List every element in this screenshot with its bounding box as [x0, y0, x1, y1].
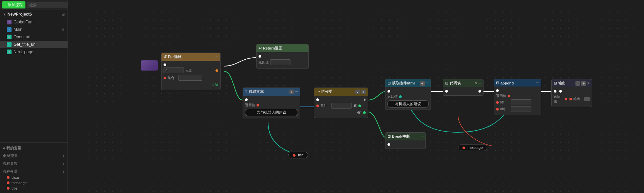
title-badge-text: title [298, 153, 304, 157]
flow-vars-label: 流程变量 [3, 169, 18, 174]
break-title: Break中断 [392, 134, 410, 139]
append-body: 返回值 list data obj [title,url] [494, 86, 541, 115]
append-title: append [500, 81, 514, 85]
append-node[interactable]: ⊡ append ··· 返回值 list data obj [title [494, 79, 541, 115]
append-list-input[interactable]: data [511, 99, 531, 105]
return-node[interactable]: ↩ Return返回 ··· 返回值 title [256, 44, 309, 69]
append-header-icons: ··· [536, 81, 539, 85]
flow-item-nextpage[interactable]: ≡ Next_page [0, 48, 68, 56]
get-html-plus-icon[interactable]: + [420, 81, 425, 86]
if-false-label: 假 [357, 111, 361, 114]
for-loop-body: 元素 集合 range(1,31) 过滤 [162, 61, 220, 90]
get-text-value-badge: 含与机器人的建议 [245, 109, 298, 116]
project-header[interactable]: ▼ NewProject6 ⊞ [0, 10, 68, 18]
return-header-icons: ··· [304, 46, 306, 50]
flow-vars-add-icon[interactable]: + [63, 170, 65, 174]
flow-params-section: 流程参数 + [0, 160, 68, 168]
append-obj-input[interactable]: [title,url] [511, 106, 531, 112]
get-html-badge-container: 与机器人的建议 [387, 100, 429, 108]
canvas-area[interactable]: ↺ For循环 ··· 元素 集合 range(1,31) 过滤 [68, 0, 644, 193]
for-loop-port-row-element: 元素 [164, 67, 218, 74]
code-node[interactable]: ⊡ 代码块 ✎ ··· [443, 79, 484, 96]
output-header: ⊡ 输出 - + ▷ [552, 79, 592, 87]
break-body [385, 140, 425, 149]
get-html-header: ⊡ 获取控件html + ··· [385, 79, 431, 87]
message-badge-text: message [468, 146, 483, 150]
add-flow-button[interactable]: + 添加流程 [2, 1, 25, 8]
return-menu-icon: ··· [304, 46, 306, 50]
var-label-data: data [12, 175, 19, 179]
if-branch-header: ⋯ IF分支 - + [314, 88, 368, 96]
append-list-field: list data [496, 99, 539, 105]
for-loop-icon: ↺ [164, 55, 167, 59]
output-plus-icon[interactable]: + [581, 81, 586, 86]
for-loop-node[interactable]: ↺ For循环 ··· 元素 集合 range(1,31) 过滤 [161, 53, 221, 90]
get-text-in-port [245, 98, 248, 101]
get-html-port-in [387, 89, 429, 93]
global-vars-header[interactable]: 全局变量 + [3, 153, 65, 159]
return-in-port [259, 55, 261, 58]
output-in-port-1 [554, 90, 556, 93]
append-return-field: 返回值 [496, 94, 539, 98]
get-text-return-label: 返回值 [245, 103, 255, 108]
get-text-plus-icon[interactable]: + [289, 90, 294, 94]
var-dot-data [7, 176, 10, 179]
if-branch-plus-icon[interactable]: + [361, 90, 366, 94]
output-in-port-2 [559, 90, 562, 93]
if-branch-minus-icon[interactable]: - [355, 90, 360, 94]
code-menu-icon: ··· [478, 81, 481, 85]
global-vars-label: 全局变量 [3, 153, 18, 158]
output-out-label: 输出 [573, 97, 583, 101]
flow-params-header[interactable]: 流程参数 + [3, 160, 65, 167]
var-item-data: data [3, 175, 65, 180]
global-vars-add-icon[interactable]: + [63, 154, 65, 158]
output-icon: ⊡ [554, 81, 557, 85]
for-loop-set-input[interactable]: range(1,31) [178, 75, 202, 81]
for-loop-set-port [164, 77, 166, 79]
get-html-icon: ⊡ [387, 81, 391, 85]
if-false-port [363, 111, 366, 114]
flow-label-openurl: Open_url [14, 35, 30, 39]
return-title: Return返回 [263, 46, 282, 51]
if-true-label: 真 [354, 103, 357, 108]
vars-header: V 我的变量 [0, 144, 68, 152]
output-minus-icon[interactable]: - [575, 81, 580, 86]
output-header-icons: - + ▷ [575, 81, 590, 86]
flow-vars-header[interactable]: 流程变量 + [3, 168, 65, 175]
if-branch-port-row-in [316, 98, 366, 102]
if-branch-node[interactable]: ⋯ IF分支 - + 条件 真 假 [314, 88, 368, 118]
return-label: 返回值 [259, 60, 269, 65]
get-text-port-row-in [245, 98, 298, 102]
var-dot-message [7, 181, 10, 184]
append-return-port [508, 95, 510, 97]
code-edit-icon[interactable]: ✎ [475, 81, 477, 85]
code-out-port [478, 90, 481, 93]
get-html-title: 获取控件html [392, 81, 415, 86]
get-text-node[interactable]: T 获取文本 + ··· 返回值 含与机器人的建议 [243, 88, 300, 118]
get-html-node[interactable]: ⊡ 获取控件html + ··· 返回值 与机器人的建议 [385, 79, 431, 110]
flow-item-gettitleurl[interactable]: ≡ Get_title_url [0, 41, 68, 48]
message-badge: message [458, 144, 487, 151]
break-node[interactable]: ⊡ Break中断 ··· [385, 132, 426, 149]
return-value-input[interactable]: title [270, 59, 290, 65]
break-menu-icon: ··· [421, 135, 423, 138]
flow-item-main[interactable]: ≡ Main ⊟ [0, 26, 68, 33]
for-loop-var-field[interactable] [164, 67, 184, 73]
if-condition-input[interactable] [331, 103, 352, 109]
code-icon: ⊡ [445, 81, 448, 85]
flow-item-globalfun[interactable]: f GlobalFun [0, 18, 68, 26]
append-obj-port [496, 108, 499, 111]
flow-icon-openurl: ≡ [7, 35, 12, 39]
return-port-row-in [259, 54, 306, 58]
flow-item-openurl[interactable]: ≡ Open_url [0, 33, 68, 41]
var-item-message: message [3, 180, 65, 186]
flow-label-nextpage: Next_page [14, 50, 33, 54]
for-loop-var-input[interactable] [164, 67, 184, 73]
flow-icon-main: ≡ [7, 27, 12, 32]
for-loop-title: For循环 [168, 54, 182, 59]
code-body [443, 87, 483, 95]
title-badge: title [288, 152, 308, 158]
append-list-label: list [500, 100, 510, 104]
flow-params-add-icon[interactable]: + [63, 162, 65, 166]
output-node[interactable]: ⊡ 输出 - + ▷ 返回值 输出 [551, 79, 592, 107]
